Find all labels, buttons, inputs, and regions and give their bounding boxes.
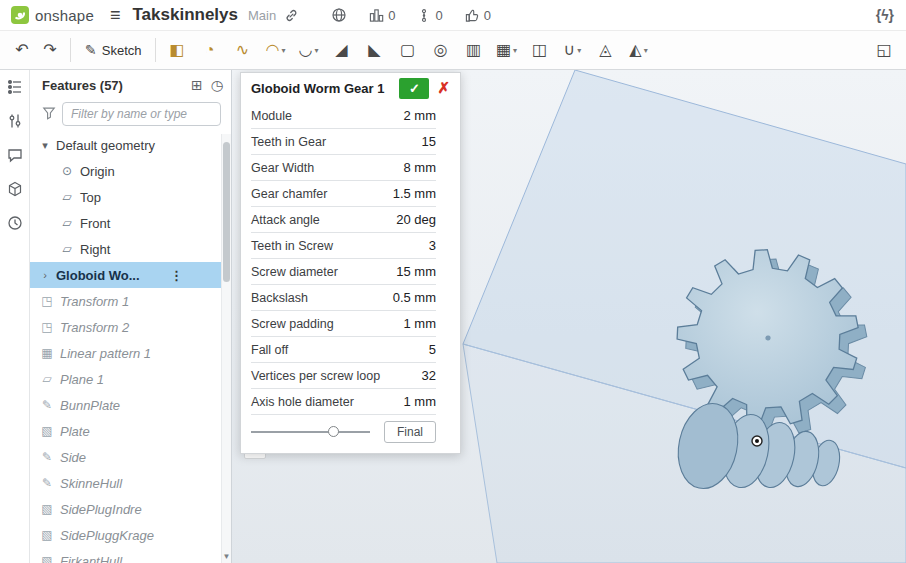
redo-button[interactable]: ↷	[36, 35, 64, 65]
feature-tree-item[interactable]: ◳Transform 2	[30, 314, 221, 340]
parameter-value-input[interactable]: 32	[422, 368, 436, 383]
parameter-value-input[interactable]: 1.5 mm	[393, 186, 436, 201]
feature-tree-item[interactable]: ▦Linear pattern 1	[30, 340, 221, 366]
final-slider[interactable]	[251, 425, 370, 439]
slider-thumb[interactable]	[328, 426, 339, 437]
onshape-logo-icon	[10, 5, 30, 25]
document-title[interactable]: Takskinnelys	[132, 5, 238, 25]
feature-tree-item[interactable]: ▧FirkantHull	[30, 548, 221, 563]
app-header: onshape ≡ Takskinnelys Main 0 0	[0, 0, 906, 30]
slider-track	[251, 431, 370, 433]
split-tool-button[interactable]: ◬	[591, 35, 619, 65]
regen-time-icon[interactable]: ◷	[211, 78, 223, 92]
hamburger-menu-icon[interactable]: ≡	[110, 6, 121, 24]
parameter-value-input[interactable]: 1 mm	[404, 394, 437, 409]
parameter-row[interactable]: Gear Width8 mm	[251, 155, 436, 181]
feature-list-icon[interactable]	[6, 78, 24, 96]
parameter-row[interactable]: Fall off5	[251, 337, 436, 363]
named-views-button[interactable]: ◱	[870, 35, 898, 65]
feature-item-label: Side	[60, 450, 86, 465]
cancel-button[interactable]: ✗	[435, 79, 452, 97]
detach-panel-icon[interactable]: ⊞	[191, 78, 203, 92]
hole-tool-button[interactable]: ◎	[426, 35, 454, 65]
parameter-row[interactable]: Axis hole diameter1 mm	[251, 389, 436, 415]
feature-filter-input[interactable]	[62, 102, 221, 126]
sketch-button[interactable]: ✎ Sketch	[77, 35, 149, 65]
mirror-tool-button[interactable]: ◫	[525, 35, 553, 65]
feature-item-label: Plane 1	[60, 372, 104, 387]
boolean-tool-button[interactable]: ∪▾	[558, 35, 586, 65]
likes-stat[interactable]: 0	[465, 8, 491, 23]
feature-tree-item[interactable]: ✎Side	[30, 444, 221, 470]
parameter-value-input[interactable]: 0.5 mm	[393, 290, 436, 305]
fillet-tool-button[interactable]: ◡▾	[294, 35, 322, 65]
copies-stat[interactable]: 0	[369, 8, 395, 23]
parameter-value-input[interactable]: 3	[429, 238, 436, 253]
sweep-tool-button[interactable]: ∿	[228, 35, 256, 65]
feature-tree-item[interactable]: ▾Default geometry	[30, 132, 221, 158]
parameter-row[interactable]: Attack angle20 deg	[251, 207, 436, 233]
revolve-tool-button[interactable]: ◔	[195, 35, 223, 65]
parameter-value-input[interactable]: 20 deg	[396, 212, 436, 227]
extrude-tool-button[interactable]: ◧	[162, 35, 190, 65]
parts-icon[interactable]	[6, 180, 24, 198]
extrude-icon: ▧	[40, 554, 54, 563]
feature-tree-item[interactable]: ▱Plane 1	[30, 366, 221, 392]
parameter-value-input[interactable]: 15	[422, 134, 436, 149]
feature-tree-item[interactable]: ◳Transform 1	[30, 288, 221, 314]
branch-label[interactable]: Main	[248, 8, 276, 23]
feature-tree-item[interactable]: ▱Right	[30, 236, 221, 262]
loft-tool-button[interactable]: ◠▾	[261, 35, 289, 65]
parameter-row[interactable]: Module2 mm	[251, 103, 436, 129]
feature-tree-item[interactable]: ›Globoid Wo...⋮	[30, 262, 221, 288]
scrollbar-thumb[interactable]	[223, 142, 230, 282]
parameter-row[interactable]: Screw diameter15 mm	[251, 259, 436, 285]
share-link-icon[interactable]	[284, 8, 299, 23]
feature-tree-item[interactable]: ⊙Origin	[30, 158, 221, 184]
context-menu-dots-icon[interactable]: ⋮	[170, 268, 183, 283]
feature-tree-item[interactable]: ▱Top	[30, 184, 221, 210]
feature-item-label: SidePlugIndre	[60, 502, 142, 517]
parameter-value-input[interactable]: 2 mm	[404, 108, 437, 123]
comments-icon[interactable]	[6, 146, 24, 164]
features-scrollbar[interactable]: ▼	[221, 134, 231, 563]
shell-tool-button[interactable]: ▢	[393, 35, 421, 65]
parameter-value-input[interactable]: 1 mm	[404, 316, 437, 331]
parameter-value-input[interactable]: 8 mm	[404, 160, 437, 175]
featurescript-icon[interactable]: {ϟ}	[876, 7, 894, 23]
origin-point[interactable]	[752, 436, 762, 446]
forks-stat[interactable]: 0	[417, 8, 442, 23]
feature-tree-item[interactable]: ✎SkinneHull	[30, 470, 221, 496]
feature-tree-item[interactable]: ✎BunnPlate	[30, 392, 221, 418]
configurations-icon[interactable]	[6, 112, 24, 130]
plane-icon: ▱	[60, 190, 74, 204]
parameter-row[interactable]: Gear chamfer1.5 mm	[251, 181, 436, 207]
parameter-value-input[interactable]: 15 mm	[396, 264, 436, 279]
parameter-value-input[interactable]: 5	[429, 342, 436, 357]
tree-chevron-icon[interactable]: ›	[40, 269, 50, 281]
parameter-row[interactable]: Teeth in Screw3	[251, 233, 436, 259]
parameter-row[interactable]: Teeth in Gear15	[251, 129, 436, 155]
onshape-logo[interactable]: onshape	[10, 5, 94, 25]
parameter-row[interactable]: Screw padding1 mm	[251, 311, 436, 337]
history-icon[interactable]	[6, 214, 24, 232]
parameter-row[interactable]: Backslash0.5 mm	[251, 285, 436, 311]
rib-tool-button[interactable]: ▥	[459, 35, 487, 65]
pattern-tool-button[interactable]: ▦▾	[492, 35, 520, 65]
feature-tree-item[interactable]: ▧SidePlugIndre	[30, 496, 221, 522]
tree-chevron-icon[interactable]: ▾	[40, 139, 50, 152]
chamfer-tool-button[interactable]: ◢	[327, 35, 355, 65]
final-button[interactable]: Final	[384, 421, 436, 443]
feature-tree-item[interactable]: ▧SidePluggKrage	[30, 522, 221, 548]
parameter-label: Backslash	[251, 291, 308, 305]
scrollbar-down-arrow[interactable]: ▼	[222, 551, 231, 563]
feature-tree-item[interactable]: ▱Front	[30, 210, 221, 236]
pattern-tool-icon: ▦	[496, 42, 511, 58]
undo-button[interactable]: ↶	[8, 35, 36, 65]
confirm-button[interactable]: ✓	[399, 78, 429, 99]
public-globe-icon[interactable]	[331, 7, 347, 23]
draft-tool-button[interactable]: ◣	[360, 35, 388, 65]
parameter-row[interactable]: Vertices per screw loop32	[251, 363, 436, 389]
transform-tool-button[interactable]: ◭▾	[624, 35, 652, 65]
feature-tree-item[interactable]: ▧Plate	[30, 418, 221, 444]
